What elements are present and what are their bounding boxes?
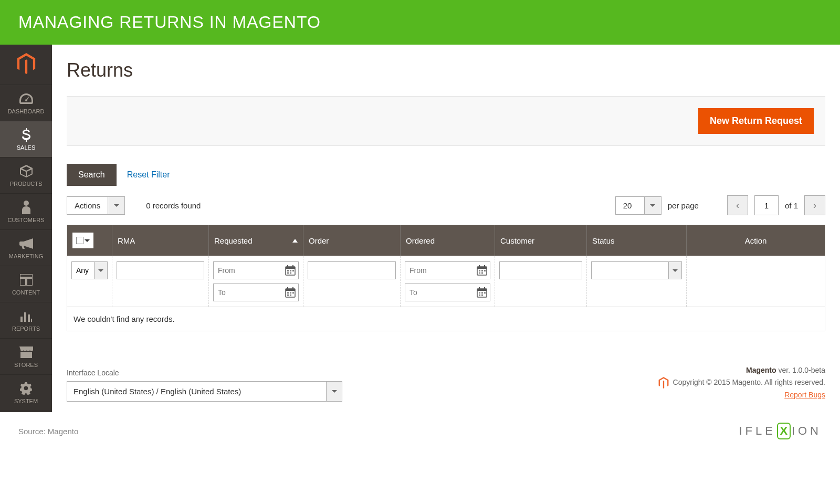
svg-rect-29 [484,270,486,271]
store-icon [19,345,34,360]
calendar-icon[interactable] [285,265,296,276]
calendar-icon[interactable] [477,265,487,276]
svg-rect-35 [484,287,485,289]
page-total-text: of 1 [785,201,798,210]
col-header-order[interactable]: Order [303,225,401,256]
grid-filter-row [67,256,825,307]
empty-message: We couldn't find any records. [67,307,825,331]
col-header-requested[interactable]: Requested [209,225,303,256]
filter-requested-from[interactable] [213,261,299,279]
sidebar-item-sales[interactable]: SALES [0,121,52,158]
dollar-icon [19,128,34,142]
svg-rect-24 [477,267,487,269]
sidebar-label: STORES [14,362,38,368]
svg-rect-8 [292,265,293,267]
svg-rect-18 [287,292,289,293]
sidebar-item-content[interactable]: CONTENT [0,266,52,302]
source-text: Source: Magento [18,427,78,436]
filter-any-input[interactable] [71,261,94,279]
chevron-down-icon [108,196,125,215]
bars-icon [19,309,34,323]
svg-rect-21 [287,295,289,296]
main-content: Returns New Return Request Search Reset … [52,45,840,412]
version-text: Magento ver. 1.0.0-beta [658,364,825,377]
filter-ordered-to[interactable] [405,284,490,301]
box-icon [19,164,34,178]
sidebar: DASHBOARD SALES PRODUCTS CUSTOMERS MARKE… [0,45,52,412]
filter-rma-input[interactable] [117,261,204,279]
chevron-down-icon [327,381,342,402]
sidebar-label: DASHBOARD [8,108,45,114]
sidebar-item-system[interactable]: SYSTEM [0,375,52,411]
grid-toolbar: Actions 0 records found 20 per page ‹ of… [67,195,825,215]
svg-rect-3 [28,314,30,322]
svg-rect-38 [484,292,486,293]
dashboard-icon [19,91,34,106]
svg-rect-19 [290,292,291,293]
filter-customer-input[interactable] [499,261,582,279]
filter-select-any[interactable] [71,261,108,279]
filter-requested-to[interactable] [213,284,299,301]
locale-select[interactable]: English (United States) / English (Unite… [67,381,342,402]
col-header-select[interactable] [67,225,112,256]
sidebar-label: PRODUCTS [10,181,43,187]
report-bugs-link[interactable]: Report Bugs [784,391,825,399]
sidebar-item-customers[interactable]: CUSTOMERS [0,194,52,230]
svg-rect-2 [24,312,26,322]
svg-rect-25 [479,265,480,267]
col-header-ordered[interactable]: Ordered [401,225,495,256]
svg-rect-30 [479,272,480,274]
svg-rect-17 [292,287,293,289]
locale-value: English (United States) / English (Unite… [67,381,327,402]
actions-dropdown-label: Actions [67,196,108,215]
page-title: Returns [67,59,825,81]
sidebar-item-marketing[interactable]: MARKETING [0,230,52,266]
search-button[interactable]: Search [67,164,117,186]
person-icon [19,200,34,215]
svg-rect-16 [287,287,288,289]
svg-rect-12 [287,272,289,274]
filter-order-input[interactable] [308,261,396,279]
sidebar-item-stores[interactable]: STORES [0,339,52,375]
col-header-rma[interactable]: RMA [112,225,209,256]
per-page-label: per page [668,201,699,210]
svg-rect-26 [484,265,485,267]
filter-ordered-from[interactable] [405,261,490,279]
svg-rect-10 [290,270,291,271]
page-input[interactable] [754,195,779,215]
sidebar-item-dashboard[interactable]: DASHBOARD [0,85,52,121]
per-page-dropdown[interactable]: 20 [615,196,662,215]
new-return-button[interactable]: New Return Request [698,108,814,134]
reset-filter-link[interactable]: Reset Filter [127,170,170,180]
sidebar-label: CONTENT [12,289,40,296]
calendar-icon[interactable] [477,287,487,298]
layout-icon [19,272,34,287]
svg-rect-36 [479,292,480,293]
col-header-status[interactable]: Status [587,225,687,256]
sidebar-label: CUSTOMERS [7,217,44,223]
megaphone-icon [19,236,34,251]
sidebar-item-products[interactable]: PRODUCTS [0,158,52,194]
returns-grid: RMA Requested Order Ordered Customer Sta… [67,225,825,331]
next-page-button[interactable]: › [804,195,825,215]
col-header-action: Action [687,225,825,256]
actions-dropdown[interactable]: Actions [67,196,125,215]
gear-icon [19,381,34,396]
select-all-checkbox[interactable] [76,237,83,244]
magento-logo[interactable] [0,45,52,85]
col-header-customer[interactable]: Customer [495,225,587,256]
svg-point-0 [24,201,29,206]
svg-rect-33 [477,289,487,291]
svg-rect-27 [479,270,480,271]
prev-page-button[interactable]: ‹ [727,195,748,215]
svg-rect-22 [290,295,291,296]
calendar-icon[interactable] [285,287,296,298]
sidebar-item-reports[interactable]: REPORTS [0,302,52,339]
svg-rect-1 [20,317,23,322]
svg-rect-34 [479,287,480,289]
svg-rect-9 [287,270,289,271]
filter-status-select[interactable] [591,261,682,279]
chevron-down-icon [645,196,662,215]
source-bar: Source: Magento IFLEXION [0,412,840,450]
svg-rect-15 [286,289,295,291]
